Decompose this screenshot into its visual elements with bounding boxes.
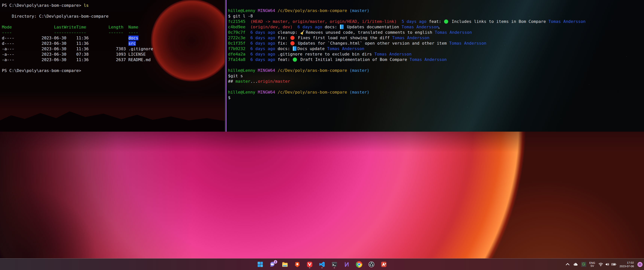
running-indicator [334, 267, 335, 268]
pane-divider[interactable] [225, 0, 226, 132]
terminal-line: fc21545 (HEAD -> master, origin/master, … [228, 19, 644, 24]
terminal-window: PS C:\Dev\poly\aras-bom-compare> ls Dire… [0, 0, 644, 132]
gitbash-output: hille@Lenny MINGW64 /c/Dev/poly/aras-bom… [226, 0, 644, 100]
text-segment: f7b9232 [228, 46, 246, 51]
language-indicator[interactable]: ENG SV [589, 261, 595, 267]
text-segment: Mode LastWriteTime Length Name [2, 25, 138, 30]
running-indicator [309, 267, 310, 268]
notification-count-badge[interactable]: 21 [638, 262, 642, 267]
text-segment: MINGW64 [258, 90, 278, 94]
chat-icon[interactable]: 1 [269, 261, 276, 268]
text-segment: docs [128, 36, 138, 40]
text-segment: Draft Initial implementation of Bom Comp… [298, 57, 410, 62]
terminal-line: dfe4a2a 6 days ago .gitignore restore to… [228, 51, 644, 57]
running-indicator [322, 267, 323, 268]
vscode-glyph [319, 261, 325, 267]
text-segment: 6 days ago [250, 46, 275, 51]
terminal-line: $ [228, 95, 644, 100]
text-segment: (origin/dev, dev) [250, 25, 292, 29]
text-segment: dfe4a2a [228, 52, 246, 56]
red-circle-icon [290, 36, 294, 40]
quick-settings[interactable] [598, 262, 616, 267]
text-segment: (HEAD -> master, origin/master, origin/H… [250, 19, 396, 24]
red-app-glyph [380, 261, 387, 267]
text-segment: $ [228, 95, 230, 100]
taskbar-app-icons: 1 [256, 258, 388, 270]
chrome-icon[interactable] [355, 261, 363, 268]
text-segment: 6 days ago [250, 30, 275, 35]
text-segment: /c/Dev/poly/aras-bom-compare [278, 8, 350, 13]
text-segment: MINGW64 [258, 68, 278, 73]
text-segment: fix: [275, 41, 290, 46]
vivaldi-icon[interactable] [306, 261, 314, 268]
text-segment: Tomas Andersson [435, 30, 472, 35]
vivaldi-glyph [306, 261, 313, 267]
terminal-line [2, 8, 225, 14]
text-segment: (master) [350, 90, 369, 94]
text-segment: /c/Dev/poly/aras-bom-compare [278, 68, 350, 73]
text-segment: ... [250, 79, 258, 84]
text-segment: d---- 2023-06-30 11:36 [2, 41, 128, 46]
wifi-icon [598, 262, 603, 267]
vscode-icon[interactable] [318, 261, 326, 268]
terminal-line: 0c1f35f 6 days ago fix: Updates for `Cha… [228, 41, 644, 46]
language-secondary: SV [590, 264, 594, 267]
show-hidden-icons-button[interactable] [565, 262, 570, 267]
terminal-icon[interactable] [330, 261, 338, 268]
text-segment: Docs update [297, 46, 327, 51]
taskbar-clock[interactable]: 17:02 2023-07-06 [620, 261, 634, 268]
terminal-line: hille@Lenny MINGW64 /c/Dev/poly/aras-bom… [228, 8, 644, 13]
text-segment: Tomas Andersson [449, 41, 486, 46]
text-segment: 6 days ago [250, 35, 275, 40]
powershell-pane[interactable]: PS C:\Dev\poly\aras-bom-compare> ls Dire… [0, 0, 225, 132]
text-segment: PS C:\Dev\poly\aras-bom-compare> [2, 3, 84, 8]
terminal-line: 2722c3e 6 days ago fix: Fixes first load… [228, 35, 644, 41]
greenshot-icon[interactable] [581, 262, 586, 267]
text-segment: Includes links to items in Bom Compare [449, 19, 548, 24]
text-segment: fc21545 [228, 19, 246, 24]
text-segment: $git s [228, 73, 243, 78]
terminal-line: -a--- 2023-06-30 11:36 7303 .gitignore [2, 46, 225, 52]
text-segment: (master) [350, 68, 369, 73]
terminal-line: d---- 2023-06-30 11:36 src [2, 41, 225, 46]
text-segment: Tomas Andersson [548, 19, 586, 24]
broom-icon [300, 30, 305, 35]
file-explorer-icon[interactable] [281, 261, 289, 268]
text-segment: 6 days ago [250, 52, 275, 56]
terminal-line: -a--- 2023-06-30 07:38 1093 LICENSE [2, 52, 225, 57]
text-segment: Tomas Andersson [402, 25, 439, 29]
text-segment [246, 46, 250, 51]
text-segment: hille@Lenny [228, 8, 258, 13]
terminal-line: hille@Lenny MINGW64 /c/Dev/poly/aras-bom… [228, 68, 644, 73]
text-segment: Fixes first load not showing the diff [296, 35, 392, 40]
blue-book-icon [293, 46, 296, 51]
desktop-wallpaper [0, 132, 644, 258]
text-segment: -a--- 2023-06-30 11:36 2637 README.md [2, 57, 151, 62]
brave-icon[interactable] [294, 261, 301, 268]
green-circle-icon [444, 20, 448, 24]
start-glyph [257, 261, 264, 267]
terminal-line: Mode LastWriteTime Length Name [2, 24, 225, 30]
text-segment [246, 52, 250, 56]
text-segment: hille@Lenny [228, 68, 258, 73]
text-segment: (master) [350, 8, 369, 13]
onedrive-icon[interactable] [573, 262, 578, 267]
gitbash-pane[interactable]: hille@Lenny MINGW64 /c/Dev/poly/aras-bom… [226, 0, 644, 132]
terminal-line: f7b9232 6 days ago docs: Docs update Tom… [228, 46, 644, 51]
red-circle-icon [290, 41, 294, 45]
volume-icon [605, 262, 610, 267]
text-segment: cleanup: [275, 30, 300, 35]
text-segment: 0c79c7f [228, 30, 246, 35]
visual-studio-icon[interactable] [343, 261, 350, 268]
obs-icon[interactable] [368, 261, 375, 268]
text-segment: feat: [426, 19, 444, 24]
chat-notification-badge: 1 [274, 260, 277, 264]
text-segment: 0c1f35f [228, 41, 246, 46]
text-segment [397, 19, 402, 24]
start-icon[interactable] [256, 261, 264, 268]
text-segment: 2722c3e [228, 35, 246, 40]
text-segment: Directory: C:\Dev\poly\aras-bom-compare [2, 14, 108, 19]
text-segment: /c/Dev/poly/aras-bom-compare [278, 90, 350, 94]
red-app-icon[interactable] [380, 261, 388, 268]
text-segment: ---- ------------- ------ ---- [2, 30, 138, 35]
